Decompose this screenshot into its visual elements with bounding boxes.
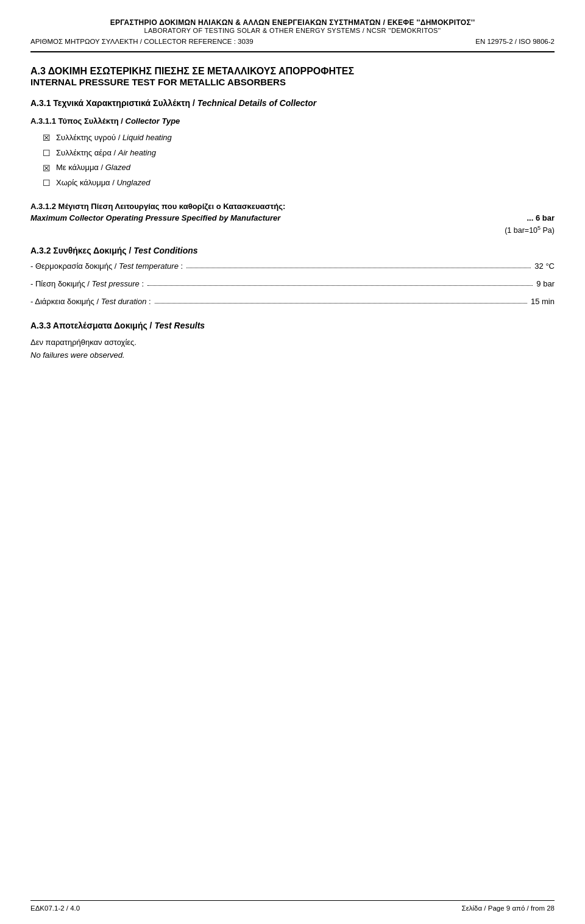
- condition-duration-value: 15 min: [531, 297, 555, 306]
- section-a311: Α.3.1.1 Τύπος Συλλέκτη / Collector Type …: [30, 116, 555, 191]
- condition-pressure-value: 9 bar: [536, 279, 555, 288]
- result-english: No failures were observed.: [30, 349, 555, 362]
- result-greek: Δεν παρατηρήθηκαν αστοχίες.: [30, 336, 555, 349]
- section-a311-heading: Α.3.1.1 Τύπος Συλλέκτη / Collector Type: [30, 116, 555, 126]
- standard-reference: EN 12975-2 / ISO 9806-2: [475, 38, 555, 45]
- unchecked-checkbox-icon: ☐: [43, 149, 52, 157]
- collector-reference: ΑΡΙΘΜΟΣ ΜΗΤΡΩΟΥ ΣΥΛΛΕΚΤΗ / COLLECTOR REF…: [30, 38, 254, 45]
- collector-ref-label: ΑΡΙΘΜΟΣ ΜΗΤΡΩΟΥ ΣΥΛΛΕΚΤΗ / COLLECTOR REF…: [30, 38, 232, 45]
- org-name-greek: ΕΡΓΑΣΤΗΡΙΟ ΔΟΚΙΜΩΝ ΗΛΙΑΚΩΝ & ΑΛΛΩΝ ΕΝΕΡΓ…: [30, 18, 555, 27]
- page-header: ΕΡΓΑΣΤΗΡΙΟ ΔΟΚΙΜΩΝ ΗΛΙΑΚΩΝ & ΑΛΛΩΝ ΕΝΕΡΓ…: [30, 18, 555, 52]
- section-a31-heading: Α.3.1 Τεχνικά Χαρακτηριστικά Συλλέκτη / …: [30, 98, 555, 108]
- page: ΕΡΓΑΣΤΗΡΙΟ ΔΟΚΙΜΩΝ ΗΛΙΑΚΩΝ & ΑΛΛΩΝ ΕΝΕΡΓ…: [0, 0, 585, 924]
- condition-temperature-label: - Θερμοκρασία δοκιμής / Test temperature…: [30, 261, 183, 271]
- list-item: ☒ Με κάλυμμα / Glazed: [43, 160, 555, 176]
- section-a312: Α.3.1.2 Μέγιστη Πίεση Λειτουργίας που κα…: [30, 202, 555, 235]
- condition-pressure-label: - Πίεση δοκιμής / Test pressure :: [30, 279, 144, 288]
- test-results-text: Δεν παρατηρήθηκαν αστοχίες. No failures …: [30, 336, 555, 362]
- checked-checkbox-icon: ☒: [43, 164, 52, 172]
- max-pressure-value-row: Maximum Collector Operating Pressure Spe…: [30, 213, 555, 222]
- condition-temperature-value: 32 °C: [534, 261, 555, 271]
- condition-duration: - Διάρκεια δοκιμής / Test duration : 15 …: [30, 297, 555, 306]
- list-item: ☒ Συλλέκτης υγρού / Liquid heating: [43, 130, 555, 146]
- max-pressure-number: ... 6 bar: [526, 213, 555, 222]
- section-a31: Α.3.1 Τεχνικά Χαρακτηριστικά Συλλέκτη / …: [30, 98, 555, 235]
- section-a312-heading: Α.3.1.2 Μέγιστη Πίεση Λειτουργίας που κα…: [30, 202, 555, 211]
- condition-duration-label: - Διάρκεια δοκιμής / Test duration :: [30, 297, 151, 306]
- main-title-english: INTERNAL PRESSURE TEST FOR METALLIC ABSO…: [30, 77, 555, 87]
- header-meta: ΑΡΙΘΜΟΣ ΜΗΤΡΩΟΥ ΣΥΛΛΕΚΤΗ / COLLECTOR REF…: [30, 38, 555, 45]
- section-a33: Α.3.3 Αποτελέσματα Δοκιμής / Test Result…: [30, 321, 555, 362]
- main-title-greek: Α.3 ΔΟΚΙΜΗ ΕΣΩΤΕΡΙΚΗΣ ΠΙΕΣΗΣ ΣΕ ΜΕΤΑΛΛΙΚ…: [30, 66, 555, 77]
- section-a32: Α.3.2 Συνθήκες Δοκιμής / Test Conditions…: [30, 246, 555, 306]
- org-name-english: LABORATORY OF TESTING SOLAR & OTHER ENER…: [30, 27, 555, 34]
- collector-type-list: ☒ Συλλέκτης υγρού / Liquid heating ☐ Συλ…: [43, 130, 555, 191]
- page-footer: ΕΔΚ07.1-2 / 4.0 Σελίδα / Page 9 από / fr…: [30, 900, 555, 912]
- max-pressure-english: Maximum Collector Operating Pressure Spe…: [30, 213, 280, 222]
- condition-pressure: - Πίεση δοκιμής / Test pressure : 9 bar: [30, 279, 555, 288]
- footer-page-info: Σελίδα / Page 9 από / from 28: [462, 904, 555, 912]
- list-item: ☐ Συλλέκτης αέρα / Air heating: [43, 146, 555, 161]
- main-title: Α.3 ΔΟΚΙΜΗ ΕΣΩΤΕΡΙΚΗΣ ΠΙΕΣΗΣ ΣΕ ΜΕΤΑΛΛΙΚ…: [30, 66, 555, 87]
- footer-left: ΕΔΚ07.1-2 / 4.0: [30, 904, 80, 912]
- collector-ref-value: : 3039: [234, 38, 254, 45]
- section-a32-heading: Α.3.2 Συνθήκες Δοκιμής / Test Conditions: [30, 246, 555, 255]
- checked-checkbox-icon: ☒: [43, 133, 52, 142]
- unchecked-checkbox-icon: ☐: [43, 179, 52, 187]
- pressure-note: (1 bar=105 Pa): [30, 225, 555, 235]
- section-a33-heading: Α.3.3 Αποτελέσματα Δοκιμής / Test Result…: [30, 321, 555, 330]
- list-item: ☐ Χωρίς κάλυμμα / Unglazed: [43, 176, 555, 191]
- condition-temperature: - Θερμοκρασία δοκιμής / Test temperature…: [30, 261, 555, 271]
